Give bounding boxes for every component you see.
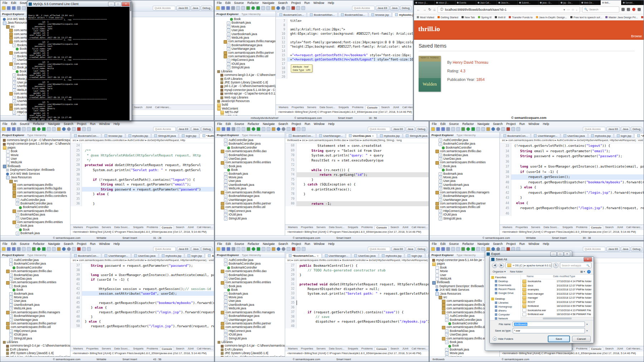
- explorer-node[interactable]: build: [215, 103, 275, 107]
- file-name-input[interactable]: thrillioweb: [513, 322, 585, 327]
- explorer-node[interactable]: BookmarkController.java: [1, 202, 70, 206]
- toolbar-icon[interactable]: [282, 127, 286, 131]
- console-tab[interactable]: Properties: [299, 226, 314, 229]
- editor-tab[interactable]: StringUtil.java: [403, 133, 429, 138]
- perspective-button[interactable]: Java: [406, 127, 415, 131]
- editor-tab[interactable]: mybooks.jsp: [159, 253, 184, 258]
- explorer-node[interactable]: com.semanticsquare.thrillio.partner: [215, 51, 275, 55]
- toolbar-icon[interactable]: [216, 6, 220, 10]
- menu-item[interactable]: File: [3, 1, 8, 5]
- menu-item[interactable]: Edit: [11, 242, 16, 246]
- file-row[interactable]: ROOT 3/10/2018 12:07 PM File folder: [521, 300, 594, 304]
- console-tab[interactable]: JUnit: [144, 106, 153, 109]
- editor-tab[interactable]: BookmarkCon...: [286, 133, 316, 138]
- editor-tab[interactable]: login.jsp: [614, 133, 634, 138]
- explorer-node[interactable]: BookmarkController: [430, 146, 499, 150]
- toolbar-icon[interactable]: [516, 127, 520, 131]
- toolbar-icon[interactable]: [17, 247, 21, 251]
- explorer-node[interactable]: Book: [1, 70, 28, 73]
- menu-item[interactable]: Source: [449, 242, 459, 246]
- save-button[interactable]: Save: [548, 336, 570, 342]
- perspective-button[interactable]: Java EE: [177, 247, 190, 251]
- toolbar-icon[interactable]: [481, 127, 485, 131]
- toolbar-icon[interactable]: [261, 6, 265, 10]
- tab-project-explorer[interactable]: Project Explorer: [217, 134, 239, 137]
- toolbar-icon[interactable]: [32, 247, 36, 251]
- places-item[interactable]: Desktop: [491, 279, 521, 283]
- perspective-button[interactable]: Debug: [631, 127, 642, 131]
- perspective-button[interactable]: Java EE: [376, 6, 389, 10]
- console-tab[interactable]: Console: [589, 226, 604, 229]
- explorer-node[interactable]: UserDao.java: [216, 157, 285, 161]
- editor-tab[interactable]: UserDao.java: [351, 253, 378, 258]
- explorer-node[interactable]: BookmarkDao.java: [430, 154, 499, 157]
- explorer-node[interactable]: Movie: [1, 154, 70, 157]
- explorer-node[interactable]: Movie.java: [216, 296, 285, 299]
- bookmark-item[interactable]: Most Visited: [417, 16, 434, 19]
- editor-tab[interactable]: *AuthContro...: [200, 133, 214, 138]
- perspective-button[interactable]: Java: [191, 247, 200, 251]
- editor-tab[interactable]: browse.jsp: [369, 12, 392, 17]
- explorer-node[interactable]: BookmarkController.java: [1, 262, 70, 266]
- editor-tab[interactable]: BookmarkMan...: [307, 12, 337, 17]
- menu-item[interactable]: Source: [449, 122, 459, 126]
- console-tab[interactable]: Snippets: [337, 106, 350, 109]
- toolbar-icon[interactable]: [297, 127, 301, 131]
- explorer-node[interactable]: HttpConnec...: [1, 111, 28, 114]
- explorer-node[interactable]: JRE System Library [JavaSE-1.8]: [216, 352, 285, 355]
- console-tab[interactable]: JUnit: [401, 226, 410, 229]
- toolbar-icon[interactable]: [461, 127, 465, 131]
- explorer-node[interactable]: Bookmark.java: [216, 292, 285, 296]
- console-tab[interactable]: Data Sourc...: [542, 226, 561, 229]
- editor-tab[interactable]: UserDao.java: [131, 253, 158, 258]
- file-row[interactable]: thrilliotest.war 18/10/2018 4:58 PM WAR …: [521, 312, 594, 317]
- file-row[interactable]: booksaloha 17/10/2018 4:14 PM File folde…: [521, 279, 594, 284]
- explorer-node[interactable]: UserDao.java: [430, 157, 499, 161]
- console-tab[interactable]: JUnit: [186, 226, 195, 229]
- toolbar-icon[interactable]: [231, 6, 235, 10]
- toolbar-icon[interactable]: [87, 247, 91, 251]
- console-tab[interactable]: Snippets: [561, 226, 574, 229]
- console-tab[interactable]: JUnit: [186, 347, 195, 350]
- file-row[interactable]: docs 3/10/2018 12:07 PM File folder: [521, 284, 594, 288]
- console-tab[interactable]: Problems: [351, 106, 365, 109]
- explorer-node[interactable]: HttpConnect.java: [430, 209, 499, 213]
- explorer-node[interactable]: src: [1, 25, 28, 29]
- console-tab[interactable]: Search: [132, 106, 144, 109]
- toolbar-icon[interactable]: [82, 247, 86, 251]
- console-tab[interactable]: Problems: [360, 347, 374, 350]
- toolbar-icon[interactable]: [241, 6, 245, 10]
- console-tab[interactable]: Console: [160, 347, 174, 351]
- editor-tab[interactable]: mybooks.jsp: [379, 253, 404, 258]
- console-tab[interactable]: Data Sourc...: [113, 347, 131, 350]
- editor-tab[interactable]: AuthControll...: [425, 253, 429, 258]
- menu-item[interactable]: Edit: [226, 122, 231, 126]
- toolbar-icon[interactable]: [436, 127, 440, 131]
- explorer-node[interactable]: servlet-api.jar - C:\apache-tomcat-9.0.1…: [215, 92, 275, 96]
- editor-tab[interactable]: BookmarkCon...: [71, 253, 101, 258]
- menu-item[interactable]: Edit: [225, 1, 231, 5]
- toolbar-icon[interactable]: [236, 6, 240, 10]
- explorer-node[interactable]: com.semanticsquare.thrillio.util: [1, 325, 70, 329]
- console-tab[interactable]: Problems: [145, 226, 160, 229]
- toolbar-icon[interactable]: [252, 247, 255, 251]
- explorer-node[interactable]: mysql-connector-java-5.1.44-bin.jar - C:…: [215, 88, 275, 92]
- menu-item[interactable]: Help: [543, 242, 549, 246]
- editor-tab[interactable]: BookmarkCon...: [501, 133, 531, 138]
- explorer-node[interactable]: com.semanticsq...: [1, 33, 28, 36]
- toolbar-icon[interactable]: [42, 247, 46, 251]
- toolbar-icon[interactable]: [231, 247, 235, 251]
- explorer-node[interactable]: com.semanticsq...: [1, 103, 28, 107]
- console-tab[interactable]: Data Sourc...: [327, 347, 346, 350]
- explorer-node[interactable]: commons-lang3-3.4.jar - C:\dheeru\semant…: [1, 344, 70, 348]
- explorer-node[interactable]: com.semanticsquare.thrillio.constants: [1, 191, 70, 194]
- menu-item[interactable]: Navigate: [477, 242, 489, 246]
- toolbar-icon[interactable]: [451, 127, 455, 131]
- console-tab[interactable]: Search: [389, 347, 400, 350]
- toolbar-icon[interactable]: [272, 247, 275, 251]
- console-tab[interactable]: Servers: [530, 226, 542, 229]
- explorer-node[interactable]: BookmarkManager.java: [215, 44, 275, 47]
- file-row[interactable]: examples 3/10/2018 12:07 PM File folder: [521, 288, 594, 292]
- editor-tab[interactable]: login.jsp: [185, 253, 205, 258]
- explorer-node[interactable]: StringUtil.java: [430, 217, 499, 221]
